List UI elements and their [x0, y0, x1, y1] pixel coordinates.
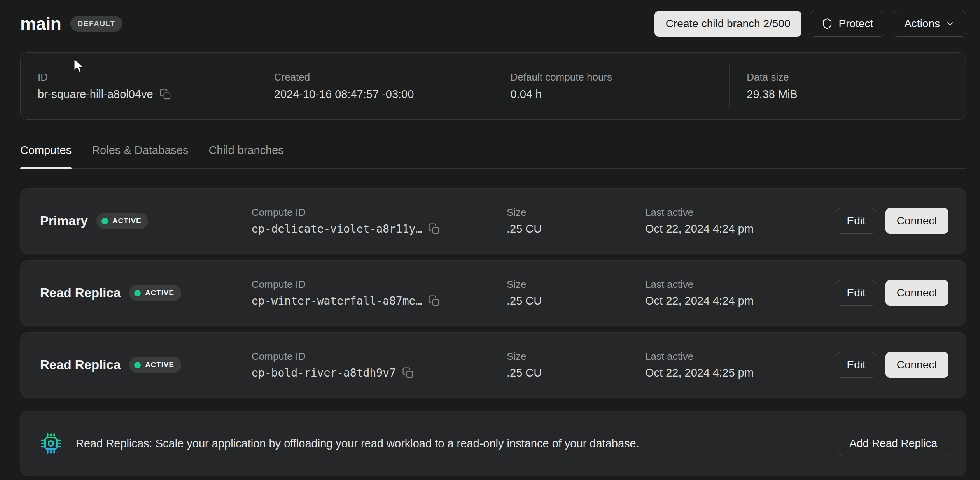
read-replica-banner: Read Replicas: Scale your application by…	[20, 411, 966, 476]
copy-branch-id-button[interactable]	[159, 88, 172, 100]
field-label: Compute ID	[252, 279, 495, 291]
connect-button[interactable]: Connect	[886, 208, 948, 234]
edit-button[interactable]: Edit	[836, 280, 876, 306]
row-actions: Edit Connect	[836, 208, 948, 234]
field-value-text: 29.38 MiB	[747, 88, 948, 101]
compute-name-cell: Primary ACTIVE	[40, 213, 252, 229]
chevron-down-icon	[945, 19, 955, 28]
tab-child-branches[interactable]: Child branches	[208, 144, 284, 168]
compute-id-cell: Compute ID ep-bold-river-a8tdh9v7	[252, 350, 507, 379]
status-badge-label: ACTIVE	[145, 289, 174, 297]
actions-button[interactable]: Actions	[893, 11, 966, 37]
compute-id-text: ep-winter-waterfall-a87me…	[252, 294, 422, 307]
field-label: Created	[274, 71, 476, 83]
last-active-cell: Last active Oct 22, 2024 4:25 pm	[645, 350, 836, 379]
field-value-text: br-square-hill-a8ol04ve	[38, 88, 153, 101]
branch-id-value: br-square-hill-a8ol04ve	[38, 88, 240, 101]
size-value: .25 CU	[507, 222, 634, 235]
field-label: Size	[507, 207, 634, 219]
active-dot-icon	[134, 362, 141, 368]
copy-compute-id-button[interactable]	[402, 367, 414, 379]
copy-icon	[428, 223, 440, 235]
edit-button[interactable]: Edit	[836, 352, 876, 378]
compute-id-value: ep-bold-river-a8tdh9v7	[252, 366, 495, 379]
field-value-text: 0.04 h	[511, 88, 712, 101]
actions-button-label: Actions	[904, 18, 940, 30]
compute-name: Primary	[40, 214, 88, 228]
compute-row-primary: Primary ACTIVE Compute ID ep-delicate-vi…	[20, 188, 966, 254]
field-label: Size	[507, 279, 634, 291]
add-read-replica-button[interactable]: Add Read Replica	[838, 431, 948, 456]
compute-id-text: ep-delicate-violet-a8r11y…	[252, 222, 422, 235]
status-badge: ACTIVE	[129, 285, 181, 301]
size-cell: Size .25 CU	[507, 350, 645, 379]
compute-id-cell: Compute ID ep-delicate-violet-a8r11y…	[252, 207, 507, 235]
info-field-id: ID br-square-hill-a8ol04ve	[21, 64, 257, 108]
protect-button[interactable]: Protect	[810, 11, 884, 37]
copy-icon	[402, 367, 414, 379]
page-header: main DEFAULT Create child branch 2/500 P…	[20, 0, 966, 37]
connect-button[interactable]: Connect	[886, 280, 948, 306]
compute-name-cell: Read Replica ACTIVE	[40, 357, 252, 373]
field-label: Data size	[747, 71, 948, 83]
compute-name: Read Replica	[40, 357, 121, 372]
compute-id-value: ep-winter-waterfall-a87me…	[252, 294, 495, 307]
edit-button[interactable]: Edit	[836, 208, 876, 234]
branch-info-panel: ID br-square-hill-a8ol04ve Created 2024-…	[20, 52, 966, 120]
copy-icon	[428, 295, 440, 307]
field-value-text: 2024-10-16 08:47:57 -03:00	[274, 88, 476, 101]
status-badge: ACTIVE	[129, 357, 181, 373]
row-actions: Edit Connect	[836, 352, 948, 378]
tab-computes[interactable]: Computes	[20, 144, 72, 168]
read-replica-description: Read Replicas: Scale your application by…	[76, 437, 824, 450]
tab-bar: Computes Roles & Databases Child branche…	[20, 144, 966, 169]
page-title: main	[20, 13, 61, 34]
header-actions: Create child branch 2/500 Protect Action…	[654, 11, 966, 37]
compute-name-cell: Read Replica ACTIVE	[40, 285, 252, 301]
status-badge-label: ACTIVE	[112, 217, 141, 225]
last-active-cell: Last active Oct 22, 2024 4:24 pm	[645, 207, 836, 235]
last-active-value: Oct 22, 2024 4:24 pm	[645, 294, 824, 307]
compute-id-cell: Compute ID ep-winter-waterfall-a87me…	[252, 279, 507, 307]
field-label: Default compute hours	[511, 71, 712, 83]
size-cell: Size .25 CU	[507, 279, 645, 307]
tab-roles-databases[interactable]: Roles & Databases	[92, 144, 188, 168]
size-value: .25 CU	[507, 366, 634, 379]
status-badge: ACTIVE	[96, 213, 148, 229]
copy-compute-id-button[interactable]	[428, 295, 440, 307]
compute-row-read-replica-2: Read Replica ACTIVE Compute ID ep-bold-r…	[20, 332, 966, 398]
size-cell: Size .25 CU	[507, 207, 645, 235]
branch-page: main DEFAULT Create child branch 2/500 P…	[0, 0, 980, 480]
last-active-value: Oct 22, 2024 4:24 pm	[645, 222, 824, 235]
active-dot-icon	[134, 290, 141, 296]
field-label: Last active	[645, 350, 824, 363]
field-label: Size	[507, 350, 634, 363]
field-label: Compute ID	[252, 207, 495, 219]
active-dot-icon	[102, 218, 108, 224]
info-field-created: Created 2024-10-16 08:47:57 -03:00	[257, 64, 493, 108]
connect-button[interactable]: Connect	[886, 352, 948, 378]
cpu-chip-icon	[40, 433, 62, 454]
field-label: Last active	[645, 207, 824, 219]
last-active-value: Oct 22, 2024 4:25 pm	[645, 366, 824, 379]
computes-list: Primary ACTIVE Compute ID ep-delicate-vi…	[20, 188, 966, 476]
protect-button-label: Protect	[838, 18, 873, 30]
info-field-data-size: Data size 29.38 MiB	[729, 64, 966, 108]
field-label: ID	[38, 71, 240, 83]
compute-id-value: ep-delicate-violet-a8r11y…	[252, 222, 495, 235]
field-label: Last active	[645, 279, 824, 291]
compute-id-text: ep-bold-river-a8tdh9v7	[252, 366, 396, 379]
default-badge: DEFAULT	[70, 16, 122, 32]
create-child-branch-button[interactable]: Create child branch 2/500	[654, 11, 802, 37]
compute-row-read-replica-1: Read Replica ACTIVE Compute ID ep-winter…	[20, 260, 966, 326]
shield-icon	[821, 18, 833, 30]
status-badge-label: ACTIVE	[145, 361, 174, 369]
copy-icon	[159, 88, 172, 100]
row-actions: Edit Connect	[836, 280, 948, 306]
copy-compute-id-button[interactable]	[428, 223, 440, 235]
size-value: .25 CU	[507, 294, 634, 307]
field-label: Compute ID	[252, 350, 495, 363]
compute-name: Read Replica	[40, 286, 121, 300]
info-field-compute-hours: Default compute hours 0.04 h	[493, 64, 730, 108]
branch-title-group: main DEFAULT	[20, 13, 122, 34]
